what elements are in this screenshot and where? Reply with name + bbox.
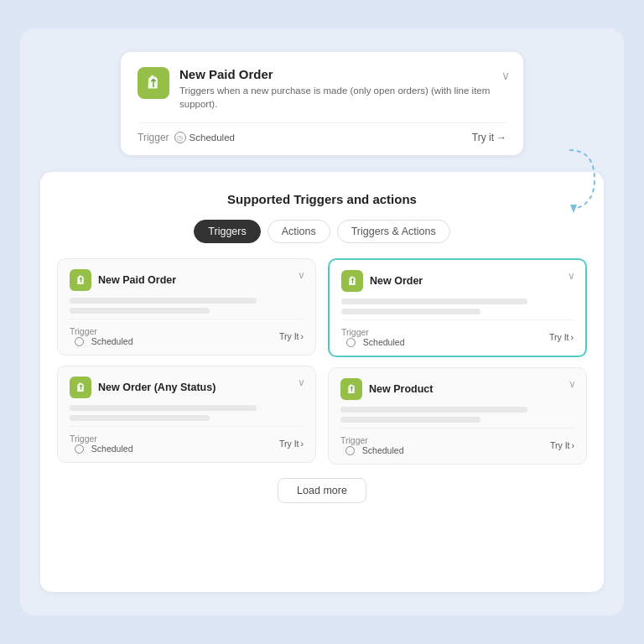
try-it[interactable]: Try It ›: [549, 332, 574, 342]
panel-title: Supported Triggers and actions: [57, 192, 587, 206]
load-more-wrapper: Load more: [57, 478, 587, 503]
card-footer: Trigger Scheduled Try It ›: [70, 426, 304, 454]
card-line-1: [340, 407, 527, 413]
scheduled: Scheduled: [70, 336, 132, 346]
arrow-icon: ›: [301, 439, 304, 449]
card-line-1: [70, 405, 257, 411]
trigger-label: Trigger Scheduled: [340, 435, 403, 455]
card-new-order[interactable]: New Order ∨ Trigger Scheduled: [328, 258, 587, 357]
arrow-right-icon: →: [496, 132, 506, 143]
clock-icon: [346, 338, 356, 347]
outer-container: New Paid Order Triggers when a new purch…: [20, 29, 624, 615]
card-line-2: [70, 308, 210, 314]
card-line-2: [340, 417, 480, 423]
curved-arrow-decoration: [565, 146, 599, 216]
top-card-info: New Paid Order Triggers when a new purch…: [179, 67, 506, 111]
shopify-icon-small: [341, 270, 363, 292]
card-line-2: [341, 309, 480, 314]
tab-triggers-actions[interactable]: Triggers & Actions: [337, 220, 450, 243]
card-header: New Order (Any Status): [70, 377, 304, 398]
right-column: New Order ∨ Trigger Scheduled: [328, 258, 587, 465]
clock-icon: ◷: [174, 132, 186, 143]
card-footer: Trigger Scheduled Try It ›: [70, 319, 304, 346]
try-it[interactable]: Try It ›: [279, 439, 304, 449]
card-new-paid-order[interactable]: New Paid Order ∨ Trigger Scheduled: [57, 258, 316, 356]
card-header: New Paid Order: [70, 269, 304, 291]
trigger-label: Trigger Scheduled: [70, 326, 132, 346]
top-card-chevron[interactable]: ∨: [501, 69, 510, 82]
card-new-order-any-status[interactable]: New Order (Any Status) ∨ Trigger Schedul…: [57, 366, 316, 463]
card-line-1: [341, 299, 527, 304]
top-card-header: New Paid Order Triggers when a new purch…: [138, 67, 506, 111]
card-line-2: [70, 415, 210, 421]
top-card-footer: Trigger ◷ Scheduled Try it →: [138, 122, 506, 143]
card-title: New Order (Any Status): [98, 382, 216, 393]
scheduled: Scheduled: [340, 445, 403, 455]
left-column: New Paid Order ∨ Trigger Scheduled: [57, 258, 316, 465]
tab-actions[interactable]: Actions: [267, 220, 330, 243]
card-header: New Order: [341, 270, 574, 292]
tab-triggers[interactable]: Triggers: [194, 220, 260, 243]
try-it[interactable]: Try It ›: [550, 440, 574, 450]
trigger-label: Trigger ◷ Scheduled: [138, 132, 235, 143]
arrow-icon: ›: [301, 331, 304, 341]
card-chevron: ∨: [569, 378, 576, 390]
arrow-icon: ›: [572, 440, 575, 450]
cards-grid: New Paid Order ∨ Trigger Scheduled: [57, 258, 587, 465]
card-footer: Trigger Scheduled Try It ›: [340, 428, 574, 455]
card-line-1: [70, 298, 257, 304]
main-panel: Supported Triggers and actions Triggers …: [40, 172, 604, 592]
try-it-button-top[interactable]: Try it →: [472, 132, 506, 143]
clock-icon: [75, 337, 84, 346]
card-chevron: ∨: [298, 377, 305, 388]
top-card-desc: Triggers when a new purchase is made (on…: [179, 84, 506, 111]
trigger-label: Trigger Scheduled: [341, 327, 404, 347]
arrow-icon: ›: [571, 332, 574, 342]
top-card: New Paid Order Triggers when a new purch…: [121, 52, 523, 155]
shopify-icon-small: [70, 377, 91, 398]
card-title: New Order: [370, 275, 423, 287]
svg-marker-0: [570, 205, 577, 213]
card-footer: Trigger Scheduled Try It ›: [341, 319, 574, 347]
load-more-button[interactable]: Load more: [278, 478, 366, 503]
scheduled: Scheduled: [341, 337, 404, 347]
scheduled: Scheduled: [70, 444, 132, 454]
clock-icon: [345, 446, 355, 455]
shopify-icon-small: [340, 378, 362, 400]
trigger-label: Trigger Scheduled: [70, 434, 132, 454]
card-new-product[interactable]: New Product ∨ Trigger Scheduled: [328, 367, 587, 465]
card-chevron: ∨: [298, 269, 305, 281]
card-title: New Product: [369, 383, 433, 395]
card-chevron: ∨: [568, 270, 575, 282]
try-it[interactable]: Try It ›: [279, 331, 304, 341]
shopify-icon-top: [138, 67, 169, 99]
scheduled-badge: ◷ Scheduled: [174, 132, 235, 143]
card-header: New Product: [340, 378, 574, 400]
card-title: New Paid Order: [98, 274, 176, 286]
shopify-icon-small: [70, 269, 91, 291]
top-card-title: New Paid Order: [179, 67, 506, 81]
clock-icon: [75, 444, 84, 454]
tabs-container: Triggers Actions Triggers & Actions: [57, 220, 587, 243]
